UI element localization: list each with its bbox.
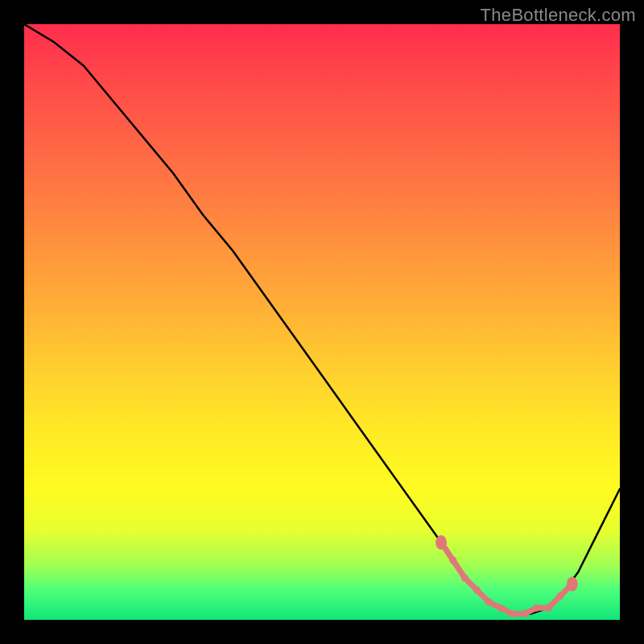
watermark-text: TheBottleneck.com <box>481 5 636 26</box>
highlight-marker <box>509 610 516 617</box>
plot-area <box>24 24 620 620</box>
highlight-endcap <box>567 577 578 592</box>
chart-frame: TheBottleneck.com <box>0 0 644 644</box>
curve-svg <box>24 24 620 620</box>
highlight-marker <box>461 575 469 582</box>
marker-group <box>436 535 578 617</box>
highlight-marker <box>557 592 564 600</box>
highlight-marker <box>497 605 505 612</box>
highlight-marker <box>449 557 456 564</box>
highlight-marker <box>473 587 481 594</box>
bottleneck-curve <box>24 24 620 614</box>
highlight-marker <box>533 605 540 612</box>
highlight-marker <box>545 605 552 612</box>
highlight-marker <box>485 598 493 605</box>
highlight-marker <box>521 610 528 617</box>
highlight-endcap <box>436 535 447 550</box>
